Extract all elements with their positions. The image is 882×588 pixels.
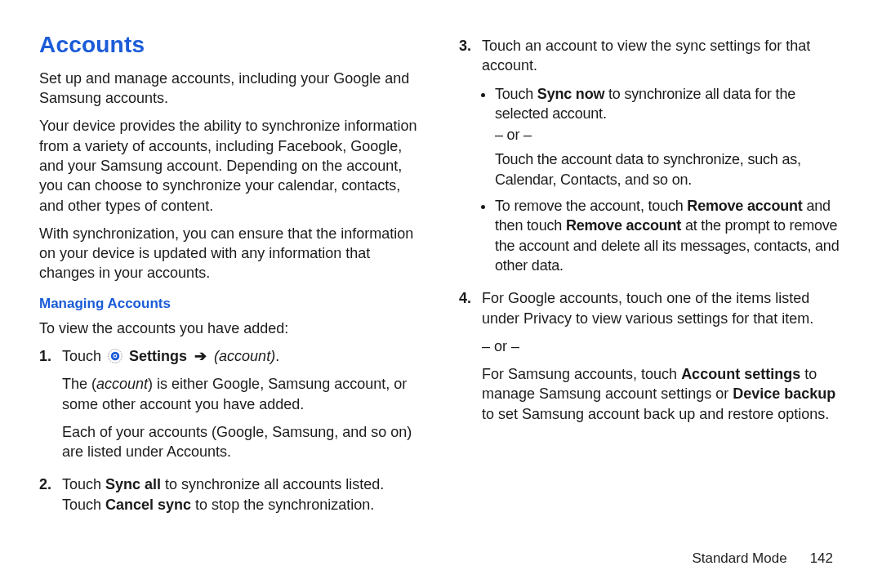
svg-point-3 [114, 355, 116, 357]
text-fragment: For Samsung accounts, touch [482, 366, 681, 382]
sync-now-label: Sync now [537, 86, 604, 102]
text-fragment: To remove the account, touch [495, 198, 687, 214]
step-number: 1. [39, 346, 51, 366]
cancel-sync-label: Cancel sync [105, 497, 191, 513]
step-4-line-2: For Samsung accounts, touch Account sett… [482, 364, 843, 424]
footer-page-number: 142 [810, 550, 833, 568]
or-divider: – or – [495, 125, 843, 145]
text-fragment: Touch [62, 476, 105, 492]
subheading-intro: To view the accounts you have added: [39, 318, 423, 338]
device-backup-label: Device backup [733, 385, 835, 402]
step-3-line-1: Touch an account to view the sync settin… [482, 36, 843, 76]
sync-all-label: Sync all [105, 476, 161, 492]
step-1-line-3: Each of your accounts (Google, Samsung, … [62, 422, 423, 462]
step-1-touch-word: Touch [62, 348, 105, 364]
step-2: 2. Touch Sync all to synchronize all acc… [62, 474, 423, 514]
account-settings-label: Account settings [681, 366, 800, 382]
step-1-line-1: Touch Settings ➔ (account). [62, 346, 423, 366]
step-4-line-1: For Google accounts, touch one of the it… [482, 288, 843, 328]
step-number: 3. [459, 36, 471, 56]
subheading-managing-accounts: Managing Accounts [39, 295, 423, 314]
arrow-icon: ➔ [191, 348, 210, 364]
step-3-bullet-1b: Touch the account data to synchronize, s… [495, 149, 843, 189]
footer-mode: Standard Mode [692, 550, 786, 568]
right-column: 3. Touch an account to view the sync set… [459, 29, 843, 528]
remove-account-label: Remove account [687, 198, 802, 214]
intro-paragraph-1: Set up and manage accounts, including yo… [39, 69, 423, 109]
left-column: Accounts Set up and manage accounts, inc… [39, 29, 423, 528]
step-1-period: . [275, 348, 279, 364]
text-fragment-italic: account [96, 376, 148, 392]
page-footer: Standard Mode 142 [692, 550, 833, 568]
or-divider: – or – [482, 336, 843, 356]
step-3-bullet-1: Touch Sync now to synchronize all data f… [495, 84, 843, 189]
step-1-line-2: The (account) is either Google, Samsung … [62, 374, 423, 414]
text-fragment: Touch [495, 86, 537, 102]
step-1-account-word: (account) [214, 348, 275, 364]
step-1-settings-label: Settings [129, 348, 191, 364]
step-2-line: Touch Sync all to synchronize all accoun… [62, 474, 423, 514]
step-number: 2. [39, 474, 51, 494]
intro-paragraph-3: With synchronization, you can ensure tha… [39, 224, 423, 283]
text-fragment: to set Samsung account back up and resto… [482, 406, 829, 422]
step-4: 4. For Google accounts, touch one of the… [482, 288, 843, 424]
step-3-bullet-2: To remove the account, touch Remove acco… [495, 196, 843, 275]
intro-paragraph-2: Your device provides the ability to sync… [39, 116, 423, 215]
step-number: 4. [459, 288, 471, 308]
text-fragment: The ( [62, 376, 96, 392]
text-fragment: to stop the synchronization. [191, 497, 374, 513]
remove-account-prompt-label: Remove account [566, 217, 681, 234]
section-heading: Accounts [39, 29, 423, 60]
step-3: 3. Touch an account to view the sync set… [482, 36, 843, 275]
settings-gear-icon [108, 349, 122, 363]
step-1: 1. Touch Settings ➔ [62, 346, 423, 461]
